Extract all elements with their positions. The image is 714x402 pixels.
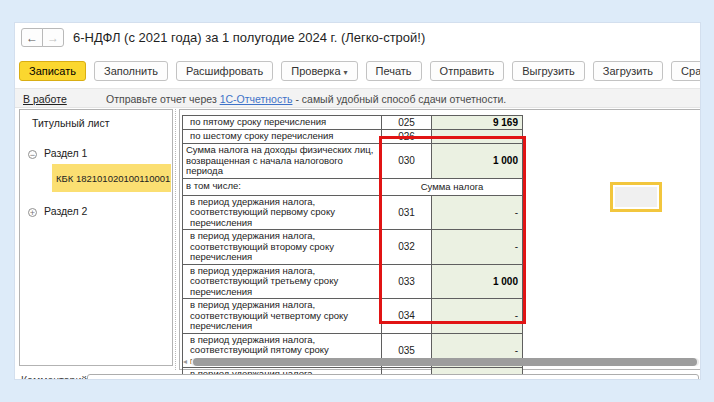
row-code: 026 (382, 130, 432, 144)
row-value-field[interactable]: - (432, 230, 523, 265)
row-label: в том числе: (183, 178, 382, 195)
row-label: Сумма налога на доходы физических лиц, в… (183, 144, 382, 179)
row-code: 030 (382, 144, 432, 179)
horizontal-scrollbar: ◂ (183, 358, 699, 366)
report-window: ← → 6-НДФЛ (с 2021 года) за 1 полугодие … (14, 22, 701, 380)
row-label: по пятому сроку перечисления (183, 116, 382, 130)
comment-input[interactable] (87, 374, 699, 380)
row-code: 034 (382, 299, 432, 334)
report-row-034: в период удержания налога, соответствующ… (183, 299, 523, 334)
panel-splitter[interactable] (175, 109, 176, 370)
report-row-subheader: в том числе:Сумма налога (183, 178, 523, 195)
row-value-field[interactable]: 1 000 (432, 144, 523, 179)
toolbar: ЗаписатьЗаполнитьРасшифроватьПроверка▾Пе… (19, 60, 701, 82)
sidebar-item-label: Титульный лист (32, 117, 110, 129)
comment-label: Комментарий: (21, 374, 90, 380)
toolbar-button-print[interactable]: Печать (366, 61, 422, 81)
scrollbar-track[interactable] (191, 358, 699, 366)
row-value-field[interactable]: 1 000 (432, 264, 523, 299)
sidebar-item-section-1[interactable]: −Раздел 1 (28, 147, 87, 159)
back-icon[interactable]: ← (21, 28, 43, 47)
row-label: в период удержания налога, соответствующ… (183, 264, 382, 299)
sidebar-item-label: Раздел 2 (44, 205, 87, 217)
row-label: по шестому сроку перечисления (183, 130, 382, 144)
row-code: 025 (382, 116, 432, 130)
collapse-icon[interactable]: − (28, 150, 37, 159)
sidebar-item-title-page[interactable]: Титульный лист (32, 117, 110, 129)
scrollbar-thumb[interactable] (193, 358, 697, 366)
sum-column-header: Сумма налога (382, 178, 523, 195)
toolbar-button-compare[interactable]: Сравнить (671, 61, 701, 81)
status-bar: В работе Отправьте отчет через 1С-Отчетн… (15, 88, 700, 108)
status-message-prefix: Отправьте отчет через (106, 93, 220, 105)
sections-tree: Титульный лист −Раздел 1 КБК 18210102010… (19, 109, 173, 366)
report-row-026: по шестому сроку перечисления026- (183, 130, 523, 144)
report-row-030: Сумма налога на доходы физических лиц, в… (183, 144, 523, 179)
reporting-service-link[interactable]: 1С-Отчетность (220, 93, 293, 105)
chevron-down-icon: ▾ (344, 68, 348, 77)
status-message: Отправьте отчет через 1С-Отчетность - са… (106, 93, 506, 105)
toolbar-button-save[interactable]: Записать (19, 61, 86, 81)
row-label: в период удержания налога, соответствующ… (183, 299, 382, 334)
row-code: 031 (382, 195, 432, 230)
row-value-field[interactable]: - (432, 195, 523, 230)
scroll-left-icon[interactable]: ◂ (183, 358, 187, 366)
toolbar-button-send[interactable]: Отправить (430, 61, 505, 81)
row-value-field[interactable]: 9 169 (432, 116, 523, 130)
sidebar-item-label: КБК 182101020100110001 (56, 173, 170, 184)
report-row-032: в период удержания налога, соответствующ… (183, 230, 523, 265)
page-title: 6-НДФЛ (с 2021 года) за 1 полугодие 2024… (73, 30, 425, 45)
row-label: в период удержания налога, соответствующ… (183, 195, 382, 230)
sidebar-item-kbk[interactable]: КБК 182101020100110001 (52, 164, 171, 192)
expand-icon[interactable]: + (28, 208, 37, 217)
toolbar-button-fill[interactable]: Заполнить (94, 61, 168, 81)
sidebar-item-section-2[interactable]: +Раздел 2 (28, 205, 87, 217)
toolbar-button-import[interactable]: Загрузить (593, 61, 663, 81)
toolbar-button-check[interactable]: Проверка▾ (281, 61, 357, 81)
status-link[interactable]: В работе (23, 93, 67, 105)
desktop-background: { "colors": { "page_bg": "#ddebf9", "acc… (0, 0, 714, 402)
report-row-031: в период удержания налога, соответствующ… (183, 195, 523, 230)
toolbar-button-decipher[interactable]: Расшифровать (176, 61, 273, 81)
report-area: по пятому сроку перечисления0259 169по ш… (179, 109, 701, 370)
report-table: по пятому сроку перечисления0259 169по ш… (182, 115, 523, 380)
row-code: 033 (382, 264, 432, 299)
row-value-field[interactable]: - (432, 130, 523, 144)
forward-icon[interactable]: → (42, 28, 64, 47)
row-label: в период удержания налога, соответствующ… (183, 230, 382, 265)
row-value-field[interactable]: - (432, 299, 523, 334)
sidebar-item-label: Раздел 1 (44, 147, 87, 159)
highlighted-empty-field[interactable] (610, 182, 662, 212)
report-row-025: по пятому сроку перечисления0259 169 (183, 116, 523, 130)
row-code: 032 (382, 230, 432, 265)
status-message-suffix: - самый удобный способ сдачи отчетности. (292, 93, 506, 105)
toolbar-button-export[interactable]: Выгрузить (512, 61, 585, 81)
report-row-033: в период удержания налога, соответствующ… (183, 264, 523, 299)
